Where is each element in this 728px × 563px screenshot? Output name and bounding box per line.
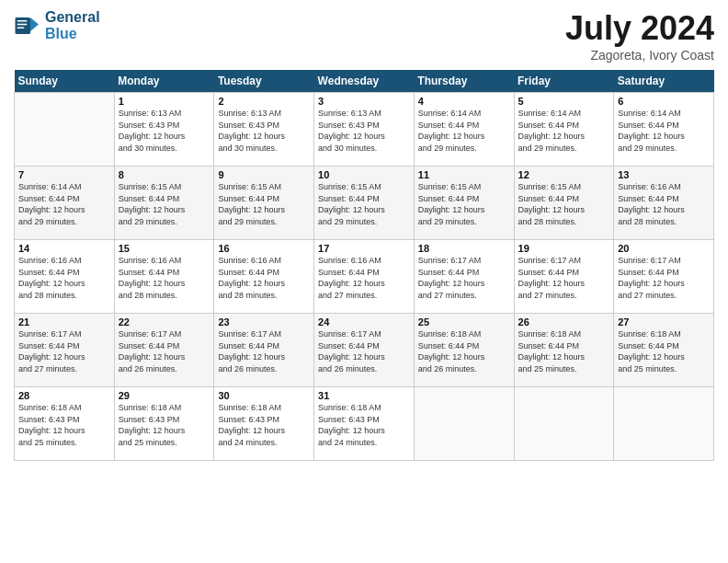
day-number: 18 [418,243,510,254]
day-number: 15 [119,243,210,254]
column-header-thursday: Thursday [414,70,514,93]
logo-text: General Blue [45,9,100,41]
day-number: 21 [18,316,110,327]
calendar-table: SundayMondayTuesdayWednesdayThursdayFrid… [14,70,714,461]
week-row-4: 21Sunrise: 6:17 AM Sunset: 6:44 PM Dayli… [15,314,714,387]
calendar-cell: 8Sunrise: 6:15 AM Sunset: 6:44 PM Daylig… [114,167,214,240]
day-number: 11 [418,169,510,180]
day-info: Sunrise: 6:15 AM Sunset: 6:44 PM Dayligh… [418,181,510,227]
calendar-cell [414,387,514,461]
day-number: 8 [119,169,210,180]
calendar-cell: 23Sunrise: 6:17 AM Sunset: 6:44 PM Dayli… [214,314,314,387]
day-info: Sunrise: 6:14 AM Sunset: 6:44 PM Dayligh… [518,108,610,154]
day-number: 4 [418,96,510,107]
day-number: 27 [618,316,710,327]
calendar-cell: 16Sunrise: 6:16 AM Sunset: 6:44 PM Dayli… [214,240,314,314]
svg-marker-1 [30,17,39,31]
calendar-cell: 24Sunrise: 6:17 AM Sunset: 6:44 PM Dayli… [314,314,415,387]
calendar-cell [15,93,115,167]
calendar-cell: 19Sunrise: 6:17 AM Sunset: 6:44 PM Dayli… [514,240,614,314]
day-number: 28 [18,390,110,401]
calendar-cell: 22Sunrise: 6:17 AM Sunset: 6:44 PM Dayli… [114,314,214,387]
day-number: 14 [18,243,110,254]
day-number: 26 [518,316,610,327]
calendar-cell: 3Sunrise: 6:13 AM Sunset: 6:43 PM Daylig… [314,93,415,167]
day-info: Sunrise: 6:17 AM Sunset: 6:44 PM Dayligh… [218,328,310,374]
day-number: 19 [518,243,610,254]
day-number: 7 [18,169,110,180]
day-number: 24 [318,316,410,327]
day-number: 22 [119,316,210,327]
column-header-friday: Friday [514,70,614,93]
calendar-cell: 1Sunrise: 6:13 AM Sunset: 6:43 PM Daylig… [114,93,214,167]
logo-icon [14,12,41,40]
calendar-cell: 31Sunrise: 6:18 AM Sunset: 6:43 PM Dayli… [314,387,415,461]
header: General Blue July 2024 Zagoreta, Ivory C… [14,9,714,63]
calendar-cell: 30Sunrise: 6:18 AM Sunset: 6:43 PM Dayli… [214,387,314,461]
day-info: Sunrise: 6:17 AM Sunset: 6:44 PM Dayligh… [618,255,710,301]
day-number: 13 [618,169,710,180]
day-number: 6 [618,96,710,107]
day-info: Sunrise: 6:18 AM Sunset: 6:44 PM Dayligh… [618,328,710,374]
day-info: Sunrise: 6:14 AM Sunset: 6:44 PM Dayligh… [618,108,710,154]
day-info: Sunrise: 6:18 AM Sunset: 6:44 PM Dayligh… [418,328,510,374]
day-info: Sunrise: 6:13 AM Sunset: 6:43 PM Dayligh… [318,108,410,154]
logo: General Blue [14,9,100,41]
calendar-cell [514,387,614,461]
day-info: Sunrise: 6:16 AM Sunset: 6:44 PM Dayligh… [119,255,210,301]
day-number: 31 [318,390,410,401]
title-area: July 2024 Zagoreta, Ivory Coast [565,9,714,63]
day-number: 5 [518,96,610,107]
day-info: Sunrise: 6:17 AM Sunset: 6:44 PM Dayligh… [119,328,210,374]
calendar-cell: 29Sunrise: 6:18 AM Sunset: 6:43 PM Dayli… [114,387,214,461]
day-number: 17 [318,243,410,254]
calendar-cell: 20Sunrise: 6:17 AM Sunset: 6:44 PM Dayli… [614,240,714,314]
calendar-cell: 28Sunrise: 6:18 AM Sunset: 6:43 PM Dayli… [15,387,115,461]
day-info: Sunrise: 6:17 AM Sunset: 6:44 PM Dayligh… [518,255,610,301]
day-info: Sunrise: 6:16 AM Sunset: 6:44 PM Dayligh… [18,255,110,301]
calendar-cell: 25Sunrise: 6:18 AM Sunset: 6:44 PM Dayli… [414,314,514,387]
week-row-2: 7Sunrise: 6:14 AM Sunset: 6:44 PM Daylig… [15,167,714,240]
day-info: Sunrise: 6:13 AM Sunset: 6:43 PM Dayligh… [218,108,310,154]
svg-rect-4 [17,27,25,29]
day-number: 12 [518,169,610,180]
day-number: 20 [618,243,710,254]
calendar-cell: 13Sunrise: 6:16 AM Sunset: 6:44 PM Dayli… [614,167,714,240]
calendar-cell: 11Sunrise: 6:15 AM Sunset: 6:44 PM Dayli… [414,167,514,240]
day-info: Sunrise: 6:15 AM Sunset: 6:44 PM Dayligh… [119,181,210,227]
calendar-cell: 5Sunrise: 6:14 AM Sunset: 6:44 PM Daylig… [514,93,614,167]
day-number: 2 [218,96,310,107]
calendar-cell: 6Sunrise: 6:14 AM Sunset: 6:44 PM Daylig… [614,93,714,167]
calendar-cell: 12Sunrise: 6:15 AM Sunset: 6:44 PM Dayli… [514,167,614,240]
day-number: 10 [318,169,410,180]
day-number: 1 [119,96,210,107]
calendar-cell: 9Sunrise: 6:15 AM Sunset: 6:44 PM Daylig… [214,167,314,240]
day-number: 25 [418,316,510,327]
day-number: 16 [218,243,310,254]
calendar-cell: 15Sunrise: 6:16 AM Sunset: 6:44 PM Dayli… [114,240,214,314]
day-info: Sunrise: 6:17 AM Sunset: 6:44 PM Dayligh… [318,328,410,374]
day-info: Sunrise: 6:14 AM Sunset: 6:44 PM Dayligh… [18,181,110,227]
day-info: Sunrise: 6:16 AM Sunset: 6:44 PM Dayligh… [218,255,310,301]
day-number: 9 [218,169,310,180]
calendar-cell: 10Sunrise: 6:15 AM Sunset: 6:44 PM Dayli… [314,167,415,240]
svg-rect-2 [17,20,28,22]
calendar-cell: 4Sunrise: 6:14 AM Sunset: 6:44 PM Daylig… [414,93,514,167]
column-header-saturday: Saturday [614,70,714,93]
column-header-monday: Monday [114,70,214,93]
calendar-cell: 14Sunrise: 6:16 AM Sunset: 6:44 PM Dayli… [15,240,115,314]
week-row-1: 1Sunrise: 6:13 AM Sunset: 6:43 PM Daylig… [15,93,714,167]
column-header-tuesday: Tuesday [214,70,314,93]
day-info: Sunrise: 6:15 AM Sunset: 6:44 PM Dayligh… [318,181,410,227]
day-info: Sunrise: 6:18 AM Sunset: 6:43 PM Dayligh… [218,402,310,448]
calendar-cell: 18Sunrise: 6:17 AM Sunset: 6:44 PM Dayli… [414,240,514,314]
calendar-cell: 7Sunrise: 6:14 AM Sunset: 6:44 PM Daylig… [15,167,115,240]
day-info: Sunrise: 6:18 AM Sunset: 6:43 PM Dayligh… [318,402,410,448]
day-info: Sunrise: 6:15 AM Sunset: 6:44 PM Dayligh… [218,181,310,227]
day-number: 30 [218,390,310,401]
calendar-cell: 17Sunrise: 6:16 AM Sunset: 6:44 PM Dayli… [314,240,415,314]
calendar-cell: 26Sunrise: 6:18 AM Sunset: 6:44 PM Dayli… [514,314,614,387]
week-row-5: 28Sunrise: 6:18 AM Sunset: 6:43 PM Dayli… [15,387,714,461]
day-info: Sunrise: 6:16 AM Sunset: 6:44 PM Dayligh… [318,255,410,301]
day-info: Sunrise: 6:13 AM Sunset: 6:43 PM Dayligh… [119,108,210,154]
